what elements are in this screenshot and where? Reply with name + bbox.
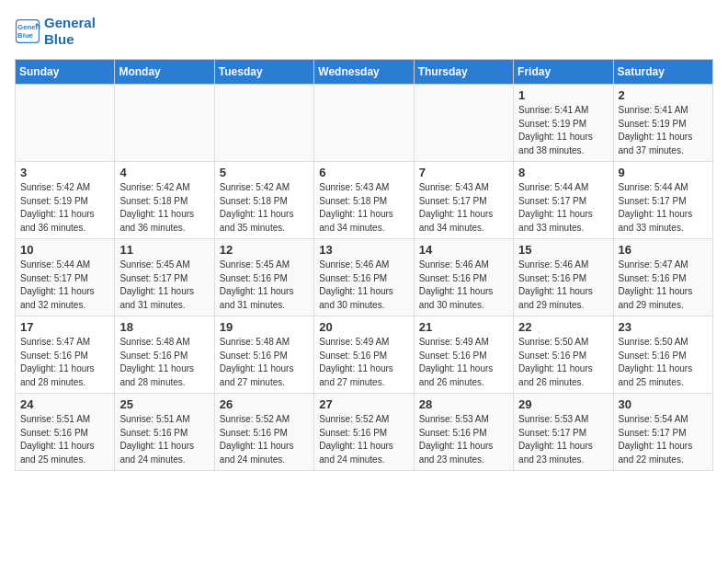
day-number: 24 [20,397,109,411]
day-number: 4 [119,166,209,179]
day-info: Sunrise: 5:50 AM Sunset: 5:16 PM Dayligh… [619,336,708,389]
day-info: Sunrise: 5:41 AM Sunset: 5:19 PM Dayligh… [518,104,608,157]
day-info: Sunrise: 5:47 AM Sunset: 5:16 PM Dayligh… [619,259,708,312]
day-info: Sunrise: 5:51 AM Sunset: 5:16 PM Dayligh… [20,413,109,466]
day-info: Sunrise: 5:44 AM Sunset: 5:17 PM Dayligh… [20,259,109,312]
calendar-cell: 2Sunrise: 5:41 AM Sunset: 5:19 PM Daylig… [613,85,712,162]
day-info: Sunrise: 5:49 AM Sunset: 5:16 PM Dayligh… [419,336,508,389]
calendar-cell: 7Sunrise: 5:43 AM Sunset: 5:17 PM Daylig… [414,162,513,239]
day-number: 21 [419,320,508,334]
calendar-cell [16,85,115,162]
day-number: 30 [619,397,708,411]
calendar-cell: 25Sunrise: 5:51 AM Sunset: 5:16 PM Dayli… [115,394,214,471]
calendar-cell: 14Sunrise: 5:46 AM Sunset: 5:16 PM Dayli… [414,239,513,316]
calendar-week-4: 17Sunrise: 5:47 AM Sunset: 5:16 PM Dayli… [16,316,713,394]
day-info: Sunrise: 5:46 AM Sunset: 5:16 PM Dayligh… [319,259,408,312]
day-info: Sunrise: 5:43 AM Sunset: 5:18 PM Dayligh… [319,181,408,235]
calendar-cell: 4Sunrise: 5:42 AM Sunset: 5:18 PM Daylig… [115,162,214,239]
calendar-cell: 22Sunrise: 5:50 AM Sunset: 5:16 PM Dayli… [514,316,613,394]
calendar-cell: 16Sunrise: 5:47 AM Sunset: 5:16 PM Dayli… [613,239,712,316]
day-number: 3 [20,166,109,179]
day-number: 7 [419,166,508,179]
day-info: Sunrise: 5:44 AM Sunset: 5:17 PM Dayligh… [619,181,708,235]
day-number: 2 [619,88,708,102]
calendar-cell: 26Sunrise: 5:52 AM Sunset: 5:16 PM Dayli… [214,394,313,471]
day-info: Sunrise: 5:44 AM Sunset: 5:17 PM Dayligh… [518,181,608,235]
day-info: Sunrise: 5:49 AM Sunset: 5:16 PM Dayligh… [319,336,408,389]
calendar-body: 1Sunrise: 5:41 AM Sunset: 5:19 PM Daylig… [16,85,713,471]
day-info: Sunrise: 5:42 AM Sunset: 5:19 PM Dayligh… [20,181,109,235]
day-number: 19 [220,320,309,334]
weekday-header-wednesday: Wednesday [314,60,414,85]
calendar-week-1: 1Sunrise: 5:41 AM Sunset: 5:19 PM Daylig… [16,85,713,162]
day-info: Sunrise: 5:52 AM Sunset: 5:16 PM Dayligh… [220,413,309,466]
day-info: Sunrise: 5:42 AM Sunset: 5:18 PM Dayligh… [119,181,209,235]
weekday-header-saturday: Saturday [613,60,712,85]
calendar-table: SundayMondayTuesdayWednesdayThursdayFrid… [15,59,713,471]
day-info: Sunrise: 5:51 AM Sunset: 5:16 PM Dayligh… [119,413,209,466]
day-info: Sunrise: 5:48 AM Sunset: 5:16 PM Dayligh… [220,336,309,389]
calendar-cell: 8Sunrise: 5:44 AM Sunset: 5:17 PM Daylig… [514,162,613,239]
day-info: Sunrise: 5:46 AM Sunset: 5:16 PM Dayligh… [518,259,608,312]
day-number: 28 [419,397,508,411]
day-number: 11 [119,243,209,257]
day-number: 23 [619,320,708,334]
day-info: Sunrise: 5:42 AM Sunset: 5:18 PM Dayligh… [220,181,309,235]
calendar-cell: 20Sunrise: 5:49 AM Sunset: 5:16 PM Dayli… [314,316,414,394]
calendar-cell: 10Sunrise: 5:44 AM Sunset: 5:17 PM Dayli… [16,239,115,316]
day-number: 9 [619,166,708,179]
weekday-header-monday: Monday [115,60,214,85]
calendar-cell: 23Sunrise: 5:50 AM Sunset: 5:16 PM Dayli… [613,316,712,394]
calendar-cell: 27Sunrise: 5:52 AM Sunset: 5:16 PM Dayli… [314,394,414,471]
svg-text:Blue: Blue [17,31,34,40]
calendar-cell [214,85,313,162]
day-number: 12 [220,243,309,257]
day-number: 6 [319,166,408,179]
weekday-header-sunday: Sunday [16,60,115,85]
calendar-cell: 9Sunrise: 5:44 AM Sunset: 5:17 PM Daylig… [613,162,712,239]
calendar-cell: 21Sunrise: 5:49 AM Sunset: 5:16 PM Dayli… [414,316,513,394]
calendar-cell [414,85,513,162]
day-number: 16 [619,243,708,257]
day-info: Sunrise: 5:50 AM Sunset: 5:16 PM Dayligh… [518,336,608,389]
day-number: 27 [319,397,408,411]
calendar-week-3: 10Sunrise: 5:44 AM Sunset: 5:17 PM Dayli… [16,239,713,316]
weekday-header-thursday: Thursday [414,60,513,85]
weekday-header-friday: Friday [514,60,613,85]
calendar-cell: 6Sunrise: 5:43 AM Sunset: 5:18 PM Daylig… [314,162,414,239]
calendar-cell: 5Sunrise: 5:42 AM Sunset: 5:18 PM Daylig… [214,162,313,239]
calendar-cell: 3Sunrise: 5:42 AM Sunset: 5:19 PM Daylig… [16,162,115,239]
day-info: Sunrise: 5:53 AM Sunset: 5:16 PM Dayligh… [419,413,508,466]
day-info: Sunrise: 5:52 AM Sunset: 5:16 PM Dayligh… [319,413,408,466]
logo: General Blue General Blue [15,15,96,48]
day-number: 13 [319,243,408,257]
day-number: 8 [518,166,608,179]
weekday-header-tuesday: Tuesday [214,60,313,85]
day-number: 26 [220,397,309,411]
calendar-cell: 13Sunrise: 5:46 AM Sunset: 5:16 PM Dayli… [314,239,414,316]
day-info: Sunrise: 5:46 AM Sunset: 5:16 PM Dayligh… [419,259,508,312]
weekday-header-row: SundayMondayTuesdayWednesdayThursdayFrid… [16,60,713,85]
calendar-header: SundayMondayTuesdayWednesdayThursdayFrid… [16,60,713,85]
day-number: 14 [419,243,508,257]
day-number: 15 [518,243,608,257]
logo-text: General Blue [44,15,96,48]
page-header: General Blue General Blue [15,15,713,48]
day-info: Sunrise: 5:41 AM Sunset: 5:19 PM Dayligh… [619,104,708,157]
calendar-cell [314,85,414,162]
day-number: 10 [20,243,109,257]
day-number: 29 [518,397,608,411]
calendar-cell: 1Sunrise: 5:41 AM Sunset: 5:19 PM Daylig… [514,85,613,162]
calendar-cell: 12Sunrise: 5:45 AM Sunset: 5:16 PM Dayli… [214,239,313,316]
day-number: 18 [119,320,209,334]
logo-icon: General Blue [15,18,40,44]
day-number: 22 [518,320,608,334]
day-number: 17 [20,320,109,334]
calendar-cell: 11Sunrise: 5:45 AM Sunset: 5:17 PM Dayli… [115,239,214,316]
day-info: Sunrise: 5:45 AM Sunset: 5:16 PM Dayligh… [220,259,309,312]
day-info: Sunrise: 5:48 AM Sunset: 5:16 PM Dayligh… [119,336,209,389]
calendar-cell: 28Sunrise: 5:53 AM Sunset: 5:16 PM Dayli… [414,394,513,471]
day-info: Sunrise: 5:54 AM Sunset: 5:17 PM Dayligh… [619,413,708,466]
day-info: Sunrise: 5:53 AM Sunset: 5:17 PM Dayligh… [518,413,608,466]
calendar-week-5: 24Sunrise: 5:51 AM Sunset: 5:16 PM Dayli… [16,394,713,471]
